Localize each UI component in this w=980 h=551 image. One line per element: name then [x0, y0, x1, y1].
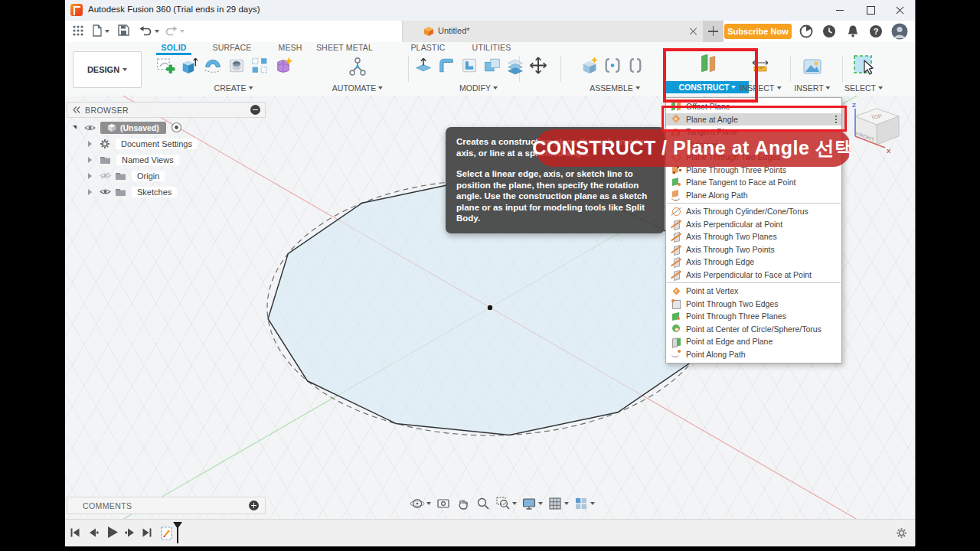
collapsed-triangle-icon[interactable] [88, 173, 92, 179]
tab-mesh[interactable]: MESH [278, 43, 302, 52]
menu-item-point-at-center[interactable]: Point at Center of Circle/Sphere/Torus [666, 323, 841, 336]
combine-icon[interactable] [482, 55, 503, 76]
group-modify[interactable]: MODIFY [459, 83, 498, 93]
extrude-icon[interactable] [179, 55, 200, 76]
timeline-step-forward-button[interactable] [125, 527, 136, 538]
shell-icon[interactable] [459, 55, 480, 76]
maximize-button[interactable] [855, 0, 886, 20]
as-built-joint-icon[interactable] [626, 55, 646, 76]
press-pull-icon[interactable] [413, 55, 434, 76]
browser-item-named-views[interactable]: Named Views [88, 152, 179, 167]
subscribe-button[interactable]: Subscribe Now [724, 24, 792, 39]
menu-item-axis-through-cylinder[interactable]: Axis Through Cylinder/Cone/Torus [666, 205, 841, 218]
undo-icon[interactable] [139, 24, 152, 37]
menu-item-axis-through-two-points[interactable]: Axis Through Two Points [666, 243, 841, 256]
pattern-icon[interactable] [250, 55, 270, 76]
group-automate[interactable]: AUTOMATE [332, 83, 383, 93]
tab-plastic[interactable]: PLASTIC [410, 43, 445, 52]
browser-item-sketches[interactable]: Sketches [88, 184, 177, 199]
activate-radio-icon[interactable] [171, 122, 182, 133]
notification-bell-icon[interactable] [845, 24, 861, 39]
select-icon[interactable] [851, 52, 877, 78]
menu-item-axis-through-two-planes[interactable]: Axis Through Two Planes [666, 230, 841, 243]
collapsed-triangle-icon[interactable] [88, 157, 92, 163]
timeline-step-back-button[interactable] [88, 527, 99, 538]
timeline-skip-end-button[interactable] [142, 527, 152, 538]
browser-item-origin[interactable]: Origin [88, 168, 165, 183]
revolve-icon[interactable] [203, 55, 224, 76]
comments-panel[interactable]: COMMENTS [67, 497, 266, 514]
visibility-eye-icon[interactable] [84, 124, 96, 132]
fillet-icon[interactable] [436, 55, 457, 76]
pan-icon[interactable] [456, 496, 471, 511]
close-button[interactable] [884, 0, 915, 20]
create-sketch-icon[interactable] [155, 55, 176, 76]
menu-item-axis-through-edge[interactable]: Axis Through Edge [666, 256, 841, 269]
menu-item-axis-perpendicular-at-point[interactable]: Axis Perpendicular at Point [666, 218, 841, 231]
menu-item-point-at-vertex[interactable]: Point at Vertex [666, 285, 841, 298]
tab-solid[interactable]: SOLID [161, 43, 186, 52]
undo-caret-icon[interactable] [155, 30, 159, 33]
hole-icon[interactable] [227, 55, 247, 76]
tab-utilities[interactable]: UTILITIES [472, 43, 511, 52]
redo-caret-icon[interactable] [180, 30, 185, 33]
automate-icon[interactable] [346, 55, 369, 78]
insert-image-icon[interactable] [801, 55, 824, 78]
app-grid-icon[interactable] [71, 24, 85, 37]
group-select[interactable]: SELECT [844, 83, 883, 93]
move-icon[interactable] [528, 55, 549, 76]
viewports-button[interactable] [573, 496, 595, 511]
group-create[interactable]: CREATE [214, 83, 253, 93]
document-tab[interactable]: Untitled* [403, 21, 704, 42]
fit-button[interactable] [495, 496, 517, 511]
history-clock-icon[interactable] [822, 24, 837, 39]
browser-root-row[interactable]: (Unsaved) [73, 120, 182, 135]
menu-item-point-along-path[interactable]: Point Along Path [666, 348, 841, 361]
group-assemble[interactable]: ASSEMBLE [590, 83, 640, 93]
menu-item-point-at-edge-and-plane[interactable]: Point at Edge and Plane [666, 335, 841, 348]
save-icon[interactable] [117, 24, 130, 37]
menu-item-point-through-three-planes[interactable]: Point Through Three Planes [666, 310, 841, 323]
group-insert[interactable]: INSERT [794, 83, 830, 93]
zoom-icon[interactable] [475, 496, 491, 511]
new-component-icon[interactable] [580, 55, 600, 76]
job-status-icon[interactable] [799, 24, 814, 39]
redo-icon[interactable] [165, 24, 178, 37]
visibility-off-eye-icon[interactable] [100, 171, 111, 180]
collapsed-triangle-icon[interactable] [88, 141, 92, 147]
joint-icon[interactable] [603, 55, 623, 76]
user-avatar[interactable] [891, 23, 908, 40]
menu-item-plane-along-path[interactable]: Plane Along Path [666, 189, 841, 202]
new-tab-button[interactable] [703, 21, 724, 42]
timeline-sketch-feature[interactable] [161, 527, 172, 540]
timeline-position-marker[interactable] [173, 522, 182, 543]
collapsed-triangle-icon[interactable] [88, 189, 92, 195]
look-at-icon[interactable] [436, 496, 451, 511]
tab-sheet-metal[interactable]: SHEET METAL [316, 43, 373, 52]
timeline-play-button[interactable] [106, 526, 119, 539]
minimize-button[interactable] [825, 0, 855, 20]
timeline-settings-gear-icon[interactable] [896, 527, 907, 539]
menu-item-plane-tangent-to-face-at-point[interactable]: Plane Tangent to Face at Point [666, 176, 841, 189]
grid-settings-button[interactable] [547, 496, 569, 511]
expand-triangle-icon[interactable] [73, 126, 77, 129]
model-viewport[interactable]: BROWSER (Unsaved) Docu [65, 96, 915, 519]
browser-collapse-icon[interactable] [250, 105, 260, 115]
split-body-icon[interactable] [505, 55, 526, 76]
help-icon[interactable]: ? [868, 24, 884, 39]
file-menu-icon[interactable] [91, 24, 103, 37]
menu-item-axis-perpendicular-to-face[interactable]: Axis Perpendicular to Face at Point [666, 269, 841, 282]
root-document-chip[interactable]: (Unsaved) [100, 122, 166, 134]
design-menu-button[interactable]: DESIGN [73, 51, 142, 88]
origin-point[interactable] [487, 305, 493, 311]
tab-close-icon[interactable] [689, 27, 697, 35]
timeline-skip-start-button[interactable] [70, 527, 80, 538]
orbit-button[interactable] [410, 496, 431, 511]
tab-surface[interactable]: SURFACE [213, 43, 252, 52]
collapse-panel-icon[interactable] [73, 106, 80, 113]
file-menu-caret-icon[interactable] [105, 30, 109, 33]
create-form-icon[interactable] [273, 55, 294, 76]
browser-item-document-settings[interactable]: Document Settings [88, 136, 198, 151]
browser-header[interactable]: BROWSER [67, 102, 266, 118]
menu-item-point-through-two-edges[interactable]: Point Through Two Edges [666, 298, 841, 311]
